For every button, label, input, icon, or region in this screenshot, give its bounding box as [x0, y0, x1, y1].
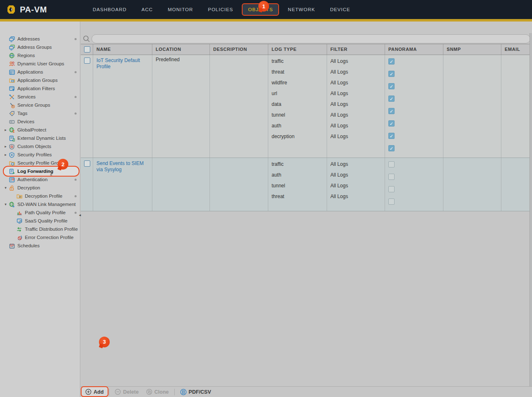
sidebar-item-security-profiles[interactable]: ▸Security Profiles — [0, 151, 80, 159]
panorama-line: ✓ — [388, 145, 440, 156]
sidebar-item-authentication[interactable]: Authentication — [0, 175, 80, 184]
sidebar-item-decryption[interactable]: ▾Decryption — [0, 184, 80, 192]
panorama-checkbox-unchecked[interactable] — [388, 198, 395, 205]
sidebar-item-devices[interactable]: Devices — [0, 117, 80, 126]
select-all-checkbox[interactable] — [84, 46, 90, 53]
col-snmp[interactable]: SNMP — [443, 44, 501, 55]
panorama-checkbox-checked[interactable]: ✓ — [388, 71, 395, 77]
main-content: NAME LOCATION DESCRIPTION LOG TYPE FILTE… — [81, 22, 532, 397]
sidebar-collapse-handle[interactable]: ◄ — [78, 211, 82, 220]
cell-filter: All LogsAll LogsAll LogsAll Logs — [327, 158, 385, 211]
panorama-line: ✓ — [388, 83, 440, 94]
globe-user-icon — [9, 127, 15, 133]
profile-name-link[interactable]: IoT Security Default Profile — [96, 57, 149, 70]
sidebar-item-log-forwarding[interactable]: Log Forwarding — [0, 167, 80, 175]
row-select-cell — [81, 158, 93, 211]
panorama-checkbox-checked[interactable]: ✓ — [388, 108, 395, 114]
panorama-checkbox-unchecked[interactable] — [388, 186, 395, 192]
row-checkbox[interactable] — [84, 160, 90, 167]
search-input[interactable] — [91, 34, 530, 43]
sidebar-item-label: External Dynamic Lists — [17, 136, 66, 141]
add-button[interactable]: Add — [82, 387, 107, 397]
pdf-csv-button[interactable]: PDF/CSV — [176, 387, 215, 397]
log-type-value: auth — [272, 121, 323, 132]
vertical-scrollbar[interactable] — [530, 33, 532, 386]
chevron-right-icon[interactable]: ▸ — [2, 144, 9, 148]
panorama-line — [388, 161, 440, 172]
panorama-checkbox-checked[interactable]: ✓ — [388, 120, 395, 127]
cell-description — [210, 158, 268, 211]
sidebar-item-label: GlobalProtect — [17, 127, 46, 132]
panorama-checkbox-unchecked[interactable] — [388, 161, 395, 167]
col-filter[interactable]: FILTER — [327, 44, 385, 55]
col-name[interactable]: NAME — [93, 44, 152, 55]
col-email[interactable]: EMAIL — [501, 44, 532, 55]
sidebar-item-application-groups[interactable]: Application Groups — [0, 76, 80, 84]
sidebar-item-decryption-profile[interactable]: Decryption Profile — [0, 192, 80, 200]
filter-value: All Logs — [330, 110, 381, 121]
sidebar-item-error-correction-profile[interactable]: Error Correction Profile — [0, 233, 80, 242]
panorama-checkbox-checked[interactable]: ✓ — [388, 83, 395, 89]
panorama-line: ✓ — [388, 71, 440, 81]
item-dot-indicator — [75, 71, 77, 73]
clone-icon — [146, 389, 152, 395]
sidebar-item-application-filters[interactable]: Application Filters — [0, 84, 80, 93]
panorama-checkbox-checked[interactable]: ✓ — [388, 96, 395, 102]
col-description[interactable]: DESCRIPTION — [210, 44, 268, 55]
sidebar-item-traffic-distribution-profile[interactable]: Traffic Distribution Profile — [0, 225, 80, 233]
nav-tab-device[interactable]: DEVICE — [324, 3, 356, 16]
panorama-checkbox-checked[interactable]: ✓ — [388, 145, 395, 151]
sidebar-item-address-groups[interactable]: Address Groups — [0, 43, 80, 51]
select-all-cell — [81, 44, 93, 55]
sidebar-item-label: Security Profiles — [17, 152, 52, 157]
col-panorama[interactable]: PANORAMA — [385, 44, 443, 55]
panorama-checkbox-checked[interactable]: ✓ — [388, 58, 395, 65]
nav-tab-dashboard[interactable]: DASHBOARD — [87, 3, 133, 16]
nav-tab-policies[interactable]: POLICIES — [202, 3, 239, 16]
sidebar-item-external-dynamic-lists[interactable]: External Dynamic Lists — [0, 134, 80, 142]
filter-value: All Logs — [330, 121, 381, 132]
sidebar-item-schedules[interactable]: Schedules — [0, 242, 80, 250]
tools-icon — [9, 93, 15, 100]
nav-tab-network[interactable]: NETWORK — [282, 3, 321, 16]
add-icon — [85, 389, 91, 395]
sidebar-item-services[interactable]: Services — [0, 93, 80, 101]
filter-value: All Logs — [330, 160, 381, 170]
sidebar-item-globalprotect[interactable]: ▸GlobalProtect — [0, 126, 80, 134]
sidebar: AddressesAddress GroupsRegionsDynamic Us… — [0, 22, 80, 397]
row-checkbox[interactable] — [84, 57, 90, 64]
nav-tab-monitor[interactable]: MONITOR — [161, 3, 199, 16]
chevron-right-icon[interactable]: ▸ — [2, 128, 9, 132]
chevron-down-icon[interactable]: ▾ — [2, 186, 9, 190]
panorama-checkbox-checked[interactable]: ✓ — [388, 133, 395, 139]
app-table-icon — [9, 69, 15, 75]
sidebar-item-dynamic-user-groups[interactable]: Dynamic User Groups — [0, 60, 80, 68]
col-log-type[interactable]: LOG TYPE — [268, 44, 327, 55]
sidebar-item-tags[interactable]: Tags — [0, 109, 80, 117]
delete-button[interactable]: Delete — [111, 387, 142, 397]
panorama-checkbox-unchecked[interactable] — [388, 174, 395, 180]
col-location[interactable]: LOCATION — [152, 44, 210, 55]
item-dot-indicator — [75, 112, 77, 115]
sidebar-item-label: Dynamic User Groups — [17, 61, 64, 66]
clone-button[interactable]: Clone — [142, 387, 173, 397]
sidebar-item-custom-objects[interactable]: ▸Custom Objects — [0, 142, 80, 151]
table-header-row: NAME LOCATION DESCRIPTION LOG TYPE FILTE… — [81, 44, 532, 55]
sidebar-item-regions[interactable]: Regions — [0, 51, 80, 60]
panorama-line: ✓ — [388, 108, 440, 119]
log-type-value: tunnel — [272, 181, 323, 192]
panorama-line — [388, 174, 440, 184]
panorama-line: ✓ — [388, 133, 440, 143]
nav-tab-acc[interactable]: ACC — [135, 3, 159, 16]
sidebar-item-sd-wan-link-management[interactable]: ▾SD-WAN Link Management — [0, 200, 80, 208]
sidebar-item-service-groups[interactable]: Service Groups — [0, 101, 80, 109]
profile-name-link[interactable]: Send Events to SIEM via Sysylog — [96, 160, 149, 173]
chevron-right-icon[interactable]: ▸ — [2, 153, 9, 157]
sidebar-item-label: Log Forwarding — [17, 169, 53, 174]
panorama-line — [388, 198, 440, 209]
sidebar-item-applications[interactable]: Applications — [0, 68, 80, 76]
chevron-down-icon[interactable]: ▾ — [2, 202, 9, 206]
sidebar-item-path-quality-profile[interactable]: Path Quality Profile — [0, 208, 80, 217]
sidebar-item-addresses[interactable]: Addresses — [0, 35, 80, 43]
sidebar-item-saas-quality-profile[interactable]: SaaS Quality Profile — [0, 217, 80, 225]
